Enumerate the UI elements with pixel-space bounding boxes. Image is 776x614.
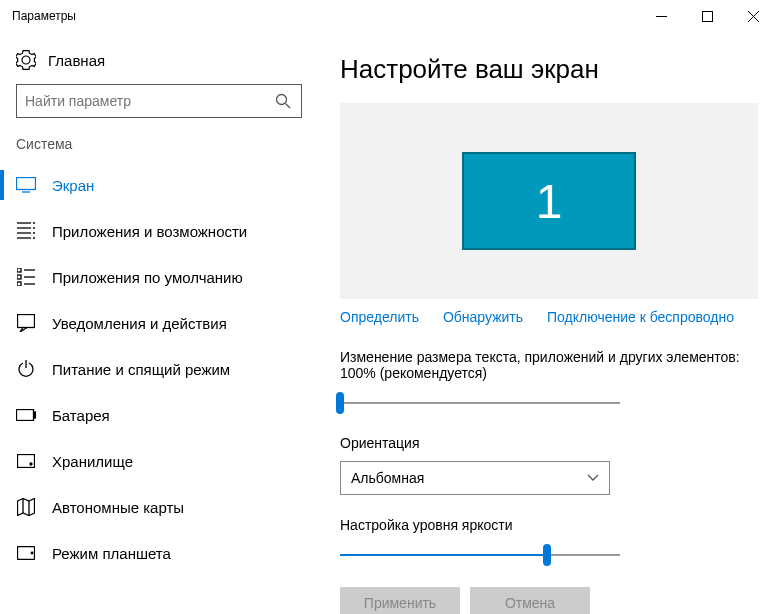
search-icon — [273, 91, 293, 111]
sidebar-item-label: Режим планшета — [52, 545, 171, 562]
sidebar-item-power[interactable]: Питание и спящий режим — [0, 346, 318, 392]
scale-slider[interactable] — [340, 391, 620, 415]
minimize-icon — [656, 11, 667, 22]
svg-point-31 — [31, 552, 33, 554]
slider-fill — [340, 554, 547, 556]
chevron-down-icon — [587, 474, 599, 482]
detect-link[interactable]: Обнаружить — [443, 309, 523, 325]
button-row: Применить Отмена — [340, 587, 758, 614]
notifications-icon — [16, 313, 36, 333]
tablet-icon — [16, 543, 36, 563]
sidebar-item-tablet[interactable]: Режим планшета — [0, 530, 318, 576]
default-apps-icon — [16, 267, 36, 287]
sidebar-item-notifications[interactable]: Уведомления и действия — [0, 300, 318, 346]
sidebar-item-label: Хранилище — [52, 453, 133, 470]
apps-icon — [16, 221, 36, 241]
slider-thumb[interactable] — [543, 544, 551, 566]
svg-rect-18 — [17, 282, 21, 286]
brightness-label: Настройка уровня яркости — [340, 517, 758, 533]
slider-track — [340, 402, 620, 404]
power-icon — [16, 359, 36, 379]
svg-point-27 — [30, 463, 32, 465]
sidebar-item-maps[interactable]: Автономные карты — [0, 484, 318, 530]
sidebar-item-apps[interactable]: Приложения и возможности — [0, 208, 318, 254]
svg-rect-24 — [17, 410, 34, 421]
sidebar-item-storage[interactable]: Хранилище — [0, 438, 318, 484]
titlebar: Параметры — [0, 0, 776, 32]
identify-link[interactable]: Определить — [340, 309, 419, 325]
svg-rect-26 — [18, 455, 35, 468]
display-1[interactable]: 1 — [462, 152, 636, 250]
gear-icon — [16, 50, 36, 70]
display-number: 1 — [536, 174, 563, 229]
maximize-button[interactable] — [684, 0, 730, 32]
svg-rect-6 — [17, 178, 36, 190]
sidebar-item-label: Питание и спящий режим — [52, 361, 230, 378]
close-button[interactable] — [730, 0, 776, 32]
home-button[interactable]: Главная — [0, 44, 318, 84]
svg-point-4 — [277, 95, 287, 105]
sidebar-item-display[interactable]: Экран — [0, 162, 318, 208]
slider-thumb[interactable] — [336, 392, 344, 414]
orientation-label: Ориентация — [340, 435, 758, 451]
main-panel: Настройте ваш экран 1 Определить Обнаруж… — [318, 32, 776, 614]
maps-icon — [16, 497, 36, 517]
sidebar-item-label: Батарея — [52, 407, 110, 424]
svg-rect-16 — [17, 268, 21, 272]
svg-rect-22 — [18, 315, 35, 328]
scale-label: Изменение размера текста, приложений и д… — [340, 349, 758, 381]
close-icon — [748, 11, 759, 22]
display-links: Определить Обнаружить Подключение к бесп… — [340, 309, 758, 325]
minimize-button[interactable] — [638, 0, 684, 32]
apply-button[interactable]: Применить — [340, 587, 460, 614]
page-title: Настройте ваш экран — [340, 54, 758, 85]
sidebar-item-default-apps[interactable]: Приложения по умолчанию — [0, 254, 318, 300]
svg-rect-25 — [34, 412, 36, 418]
svg-rect-1 — [702, 11, 712, 21]
search-box[interactable] — [16, 84, 302, 118]
cancel-button[interactable]: Отмена — [470, 587, 590, 614]
display-icon — [16, 175, 36, 195]
search-input[interactable] — [25, 93, 273, 109]
wireless-link[interactable]: Подключение к беспроводно — [547, 309, 734, 325]
window-title: Параметры — [12, 9, 76, 23]
display-preview: 1 — [340, 103, 758, 299]
maximize-icon — [702, 11, 713, 22]
sidebar: Главная Система Экран Приложения и возмо… — [0, 32, 318, 614]
category-label: Система — [0, 136, 318, 162]
sidebar-item-label: Автономные карты — [52, 499, 184, 516]
sidebar-item-label: Приложения по умолчанию — [52, 269, 243, 286]
sidebar-item-battery[interactable]: Батарея — [0, 392, 318, 438]
storage-icon — [16, 451, 36, 471]
svg-line-5 — [286, 104, 291, 109]
sidebar-item-label: Уведомления и действия — [52, 315, 227, 332]
window-controls — [638, 0, 776, 32]
orientation-value: Альбомная — [351, 470, 424, 486]
svg-rect-17 — [17, 275, 21, 279]
battery-icon — [16, 405, 36, 425]
orientation-dropdown[interactable]: Альбомная — [340, 461, 610, 495]
sidebar-item-label: Экран — [52, 177, 94, 194]
brightness-slider[interactable] — [340, 543, 620, 567]
home-label: Главная — [48, 52, 105, 69]
sidebar-item-label: Приложения и возможности — [52, 223, 247, 240]
